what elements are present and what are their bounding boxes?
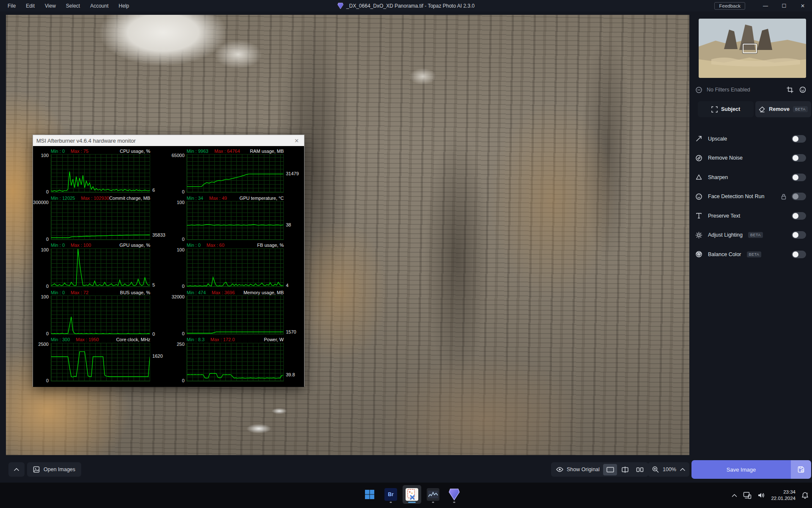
face-detection-toggle[interactable] xyxy=(792,193,806,200)
afterburner-close-icon[interactable]: ✕ xyxy=(293,138,301,144)
tray-devices-icon[interactable] xyxy=(743,491,752,499)
taskbar-photo-app-active[interactable] xyxy=(403,485,421,504)
taskbar-topaz-app[interactable] xyxy=(445,485,464,504)
afterburner-graph: Min : 0 Max : 72 BUS usage, % 100 0 0 xyxy=(34,289,170,336)
save-options-button[interactable] xyxy=(791,460,811,479)
graph-current-value: 39.8 xyxy=(286,372,295,377)
save-image-button[interactable]: Save Image xyxy=(691,460,811,479)
save-image-label[interactable]: Save Image xyxy=(691,460,791,479)
graph-current-value: 4 xyxy=(286,283,288,288)
afterburner-window[interactable]: MSI Afterburner v4.6.4 hardware monitor … xyxy=(33,135,304,387)
graph-y-max: 100 xyxy=(41,247,49,252)
graph-title: Memory usage, MB xyxy=(244,290,284,295)
no-filters-icon xyxy=(695,86,702,94)
menu-help[interactable]: Help xyxy=(115,1,134,11)
balance-color-toggle[interactable] xyxy=(792,251,806,258)
afterburner-graph: Min : 8.3 Max : 172.0 Power, W 250 0 39.… xyxy=(170,337,303,384)
graph-current-value: 1570 xyxy=(286,329,296,334)
tray-chevron-up-icon[interactable] xyxy=(732,494,737,497)
view-split-button[interactable] xyxy=(618,464,632,475)
taskbar-bridge-app[interactable]: Br xyxy=(381,485,400,504)
filter-balance-color[interactable]: Balance Color BETA xyxy=(695,245,806,264)
remove-noise-toggle[interactable] xyxy=(792,154,806,162)
filter-label: Balance Color xyxy=(708,251,741,257)
eraser-icon xyxy=(759,106,765,113)
crop-icon[interactable] xyxy=(787,86,793,93)
maximize-button[interactable]: ☐ xyxy=(775,0,793,11)
feedback-button[interactable]: Feedback xyxy=(714,2,745,10)
magnifier-icon[interactable] xyxy=(652,466,659,473)
menu-account[interactable]: Account xyxy=(86,1,112,11)
filter-adjust-lighting[interactable]: Adjust Lighting BETA xyxy=(695,226,806,245)
graph-plot xyxy=(51,343,150,381)
bridge-icon: Br xyxy=(384,488,397,501)
menu-edit[interactable]: Edit xyxy=(22,1,39,11)
afterburner-graph: Min : 12025 Max : 102930 Commit charge, … xyxy=(34,195,170,242)
filter-label: Face Detection Not Run xyxy=(708,193,764,199)
topaz-taskbar-icon xyxy=(449,488,460,501)
zoom-chevron-up-icon[interactable] xyxy=(680,468,685,471)
view-single-button[interactable] xyxy=(603,464,617,475)
graph-y-max: 300000 xyxy=(33,200,49,205)
app-titlebar: File Edit View Select Account Help _DX_0… xyxy=(0,0,812,11)
graph-max-label: Max : 172.0 xyxy=(211,337,235,342)
afterburner-graph: Min : 34 Max : 49 GPU temperature, °C 10… xyxy=(170,195,303,242)
bottom-toolbar: Open Images Show Original xyxy=(0,455,812,483)
adjust-lighting-toggle[interactable] xyxy=(792,231,806,239)
graph-title: RAM usage, MB xyxy=(250,149,284,154)
minimize-button[interactable]: — xyxy=(756,0,775,11)
graph-max-label: Max : 100 xyxy=(71,243,91,248)
filter-upscale[interactable]: Upscale xyxy=(695,129,806,149)
save-icon xyxy=(797,466,805,473)
open-images-button[interactable]: Open Images xyxy=(27,462,81,477)
filter-sharpen[interactable]: Sharpen xyxy=(695,168,806,187)
tray-notification-bell-icon[interactable]: z xyxy=(801,491,809,499)
graph-title: BUS usage, % xyxy=(120,290,151,295)
afterburner-titlebar[interactable]: MSI Afterburner v4.6.4 hardware monitor … xyxy=(33,135,304,146)
taskbar-monitor-app[interactable] xyxy=(424,485,442,504)
menubar: File Edit View Select Account Help xyxy=(0,1,133,11)
graph-y-max: 100 xyxy=(177,200,184,205)
filter-preserve-text[interactable]: Preserve Text xyxy=(695,206,806,226)
menu-view[interactable]: View xyxy=(41,1,60,11)
sharpen-toggle[interactable] xyxy=(792,174,806,181)
filter-list: Upscale Remove Noise Sharpen Fac xyxy=(695,129,806,264)
tray-speaker-icon[interactable] xyxy=(757,492,765,499)
tray-date-value: 22.01.2024 xyxy=(771,495,796,502)
upscale-arrow-icon xyxy=(695,135,702,142)
filter-remove-noise[interactable]: Remove Noise xyxy=(695,149,806,168)
graph-min-label: Min : 300 xyxy=(51,337,70,342)
sharpen-triangle-icon xyxy=(695,174,702,181)
show-original-button[interactable]: Show Original xyxy=(551,462,605,477)
filter-label: Adjust Lighting xyxy=(708,232,743,238)
graph-min-label: Min : 0 xyxy=(51,243,65,248)
menu-file[interactable]: File xyxy=(3,1,20,11)
upscale-toggle[interactable] xyxy=(792,135,806,143)
filter-face-detection[interactable]: Face Detection Not Run xyxy=(695,187,806,207)
graph-title: GPU temperature, °C xyxy=(239,196,284,201)
text-icon xyxy=(695,212,702,219)
graph-current-value: 31479 xyxy=(286,171,299,176)
graph-y-min: 0 xyxy=(46,284,49,289)
graph-y-max: 100 xyxy=(41,153,49,158)
graph-min-label: Min : 474 xyxy=(187,290,206,295)
menu-select[interactable]: Select xyxy=(62,1,84,11)
graph-min-label: Min : 0 xyxy=(51,290,65,295)
tab-subject[interactable]: Subject xyxy=(698,101,754,117)
tab-remove[interactable]: Remove BETA xyxy=(755,101,811,117)
tray-clock[interactable]: 23:34 22.01.2024 xyxy=(771,489,796,502)
preview-thumbnail[interactable] xyxy=(699,19,806,78)
close-button[interactable]: ✕ xyxy=(793,0,812,11)
zoom-level-value[interactable]: 100% xyxy=(663,467,676,472)
thumbnail-viewport-rect[interactable] xyxy=(743,44,757,53)
filter-label: Sharpen xyxy=(708,174,728,180)
photo-app-icon xyxy=(406,488,418,501)
filmstrip-collapse-button[interactable] xyxy=(8,462,25,477)
preserve-text-toggle[interactable] xyxy=(792,212,806,220)
graph-min-label: Min : 0 xyxy=(51,149,65,154)
start-button[interactable] xyxy=(360,485,379,504)
view-sidebyside-button[interactable] xyxy=(633,464,647,475)
face-smiley-icon[interactable] xyxy=(799,86,806,93)
graph-min-label: Min : 8.3 xyxy=(187,337,204,342)
graph-min-label: Min : 0 xyxy=(187,243,200,248)
